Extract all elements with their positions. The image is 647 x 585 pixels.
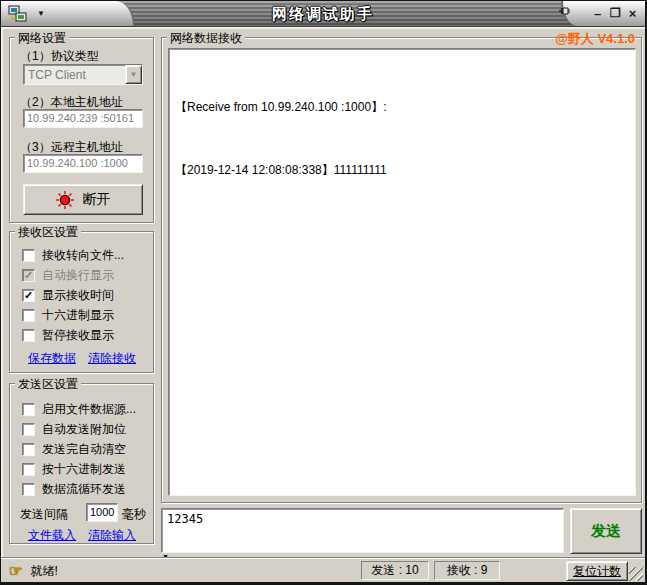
checkbox-label: 按十六进制发送 <box>42 461 126 478</box>
network-settings-title: 网络设置 <box>15 30 69 47</box>
checkbox[interactable] <box>22 423 35 436</box>
checkbox-label: 发送完自动清空 <box>42 441 126 458</box>
app-window: 网络调试助手 ▼ – ❐ × 网络设置 （1）协议类型 TCP Client ▼… <box>0 0 647 585</box>
reset-counter-label: 复位计数 <box>573 563 621 580</box>
combo-dropdown-button[interactable]: ▼ <box>125 65 142 84</box>
receive-data-view[interactable]: 【Receive from 10.99.240.100 :1000】: 【201… <box>168 48 636 496</box>
send-interval-label: 发送间隔 <box>20 506 68 523</box>
checkbox-label: 启用文件数据源... <box>42 401 136 418</box>
checkbox[interactable]: ✓ <box>22 289 35 302</box>
send-button[interactable]: 发送 <box>570 508 642 554</box>
send-settings-group: 发送区设置 启用文件数据源... 自动发送附加位 发送完自动清空 按十六进制发送… <box>9 383 154 544</box>
checkbox[interactable] <box>22 483 35 496</box>
receive-settings-title: 接收区设置 <box>15 224 81 241</box>
resize-grip[interactable] <box>629 567 643 581</box>
checkbox-label: 显示接收时间 <box>42 287 114 304</box>
disconnect-button[interactable]: 断开 <box>23 184 143 215</box>
checkbox[interactable] <box>22 329 35 342</box>
checkbox-row-send-hex[interactable]: 按十六进制发送 <box>22 462 126 476</box>
pin-icon[interactable] <box>555 5 573 23</box>
check-icon: ✓ <box>24 290 33 301</box>
clear-input-link[interactable]: 清除输入 <box>88 527 136 544</box>
local-host-input[interactable]: 10.99.240.239 :50161 <box>23 109 143 128</box>
send-interval-unit: 毫秒 <box>122 506 146 523</box>
checkbox-row-hex-display[interactable]: 十六进制显示 <box>22 308 114 322</box>
window-title: 网络调试助手 <box>1 5 645 24</box>
status-ready-text: 就绪! <box>30 563 57 580</box>
checkbox-row-auto-append[interactable]: 自动发送附加位 <box>22 422 126 436</box>
checkbox-label: 暂停接收显示 <box>42 327 114 344</box>
close-button[interactable]: × <box>625 4 640 23</box>
status-bar: ☞ 就绪! 发送 : 10 接收 : 9 复位计数 <box>1 557 645 583</box>
titlebar[interactable]: 网络调试助手 ▼ – ❐ × <box>1 1 645 27</box>
check-icon: ✓ <box>24 270 33 281</box>
checkbox-row-loop-send[interactable]: 数据流循环发送 <box>22 482 126 496</box>
app-version-label: @野人 V4.1.0 <box>555 30 635 48</box>
checkbox[interactable] <box>22 403 35 416</box>
send-interval-input[interactable]: 1000 <box>86 503 118 522</box>
save-data-link[interactable]: 保存数据 <box>28 350 76 367</box>
checkbox-row-auto-clear[interactable]: 发送完自动清空 <box>22 442 126 456</box>
checkbox-label: 十六进制显示 <box>42 307 114 324</box>
sent-counter-panel: 发送 : 10 <box>361 561 429 580</box>
send-input[interactable]: 12345 <box>161 508 564 553</box>
checkbox-label: 接收转向文件... <box>42 247 124 264</box>
checkbox-row-pause-display[interactable]: 暂停接收显示 <box>22 328 114 342</box>
network-settings-group: 网络设置 （1）协议类型 TCP Client ▼ （2）本地主机地址 10.9… <box>9 37 154 223</box>
hand-pointer-icon: ☞ <box>9 562 22 580</box>
recv-counter-panel: 接收 : 9 <box>434 561 500 580</box>
connection-led-icon <box>56 191 74 209</box>
checkbox-label: 自动发送附加位 <box>42 421 126 438</box>
checkbox-row-auto-wrap[interactable]: ✓ 自动换行显示 <box>22 268 114 282</box>
disconnect-button-label: 断开 <box>83 191 111 209</box>
titlebar-menu-arrow-icon[interactable]: ▼ <box>37 9 45 18</box>
protocol-type-combobox[interactable]: TCP Client ▼ <box>23 64 143 85</box>
checkbox[interactable] <box>22 309 35 322</box>
receive-data-title: 网络数据接收 <box>167 30 245 47</box>
clear-receive-link[interactable]: 清除接收 <box>88 350 136 367</box>
status-ready: ☞ 就绪! <box>9 562 58 580</box>
checkbox-row-receive-to-file[interactable]: 接收转向文件... <box>22 248 124 262</box>
reset-counter-button[interactable]: 复位计数 <box>566 561 628 581</box>
receive-settings-group: 接收区设置 接收转向文件... ✓ 自动换行显示 ✓ 显示接收时间 十六进制显示… <box>9 231 154 373</box>
receive-line: 【Receive from 10.99.240.100 :1000】: <box>175 97 629 118</box>
app-icon[interactable] <box>8 5 28 23</box>
protocol-type-label: （1）协议类型 <box>20 48 99 65</box>
minimize-button[interactable]: – <box>590 4 605 23</box>
maximize-button[interactable]: ❐ <box>608 4 623 23</box>
receive-line: 【2019-12-14 12:08:08:338】111111111 <box>175 160 629 181</box>
send-settings-title: 发送区设置 <box>15 376 81 393</box>
checkbox[interactable]: ✓ <box>22 269 35 282</box>
load-file-link[interactable]: 文件载入 <box>28 527 76 544</box>
remote-host-input[interactable]: 10.99.240.100 :1000 <box>23 154 143 173</box>
checkbox[interactable] <box>22 443 35 456</box>
checkbox[interactable] <box>22 249 35 262</box>
checkbox-row-show-time[interactable]: ✓ 显示接收时间 <box>22 288 114 302</box>
checkbox[interactable] <box>22 463 35 476</box>
chevron-down-icon: ▼ <box>130 70 138 79</box>
checkbox-row-file-source[interactable]: 启用文件数据源... <box>22 402 136 416</box>
checkbox-label: 数据流循环发送 <box>42 481 126 498</box>
protocol-type-value: TCP Client <box>24 68 125 82</box>
receive-data-group: 网络数据接收 【Receive from 10.99.240.100 :1000… <box>161 37 642 503</box>
checkbox-label: 自动换行显示 <box>42 267 114 284</box>
